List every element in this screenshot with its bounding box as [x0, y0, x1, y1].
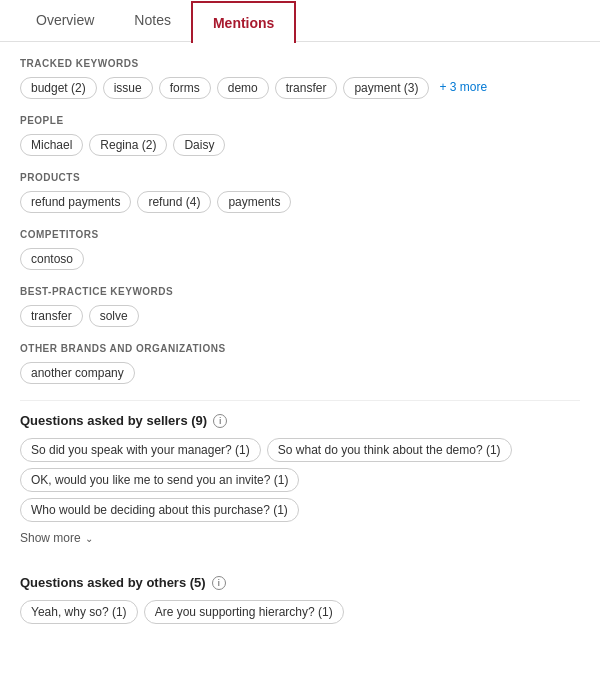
section-products: PRODUCTS refund payments refund (4) paym…: [20, 172, 580, 213]
tag-issue[interactable]: issue: [103, 77, 153, 99]
tag-payment[interactable]: payment (3): [343, 77, 429, 99]
tag-regina[interactable]: Regina (2): [89, 134, 167, 156]
best-practice-label: BEST-PRACTICE KEYWORDS: [20, 286, 580, 297]
tag-contoso[interactable]: contoso: [20, 248, 84, 270]
q-tag-think-demo[interactable]: So what do you think about the demo? (1): [267, 438, 512, 462]
tag-payments[interactable]: payments: [217, 191, 291, 213]
questions-sellers-info-icon[interactable]: i: [213, 414, 227, 428]
q-tag-supporting-hierarchy[interactable]: Are you supporting hierarchy? (1): [144, 600, 344, 624]
tag-demo[interactable]: demo: [217, 77, 269, 99]
products-label: PRODUCTS: [20, 172, 580, 183]
tag-michael[interactable]: Michael: [20, 134, 83, 156]
tab-bar: Overview Notes Mentions: [0, 0, 600, 42]
tag-refund-payments[interactable]: refund payments: [20, 191, 131, 213]
tab-notes[interactable]: Notes: [114, 0, 191, 42]
products-tags: refund payments refund (4) payments: [20, 191, 580, 213]
chevron-down-icon: ⌄: [85, 533, 93, 544]
questions-others-info-icon[interactable]: i: [212, 576, 226, 590]
section-best-practice: BEST-PRACTICE KEYWORDS transfer solve: [20, 286, 580, 327]
people-label: PEOPLE: [20, 115, 580, 126]
mentions-content: TRACKED KEYWORDS budget (2) issue forms …: [0, 42, 600, 656]
questions-sellers-header: Questions asked by sellers (9) i: [20, 413, 580, 428]
divider-1: [20, 400, 580, 401]
q-tag-speak-manager[interactable]: So did you speak with your manager? (1): [20, 438, 261, 462]
questions-others-title: Questions asked by others (5): [20, 575, 206, 590]
tag-transfer[interactable]: transfer: [275, 77, 338, 99]
tag-forms[interactable]: forms: [159, 77, 211, 99]
competitors-tags: contoso: [20, 248, 580, 270]
section-people: PEOPLE Michael Regina (2) Daisy: [20, 115, 580, 156]
tracked-keywords-tags: budget (2) issue forms demo transfer pay…: [20, 77, 580, 99]
section-other-brands: OTHER BRANDS AND ORGANIZATIONS another c…: [20, 343, 580, 384]
section-tracked-keywords: TRACKED KEYWORDS budget (2) issue forms …: [20, 58, 580, 99]
best-practice-tags: transfer solve: [20, 305, 580, 327]
people-tags: Michael Regina (2) Daisy: [20, 134, 580, 156]
q-tag-send-invite[interactable]: OK, would you like me to send you an inv…: [20, 468, 299, 492]
section-competitors: COMPETITORS contoso: [20, 229, 580, 270]
show-more-label: Show more: [20, 531, 81, 545]
q-tag-deciding-purchase[interactable]: Who would be deciding about this purchas…: [20, 498, 299, 522]
section-questions-others: Questions asked by others (5) i Yeah, wh…: [20, 575, 580, 624]
section-questions-sellers: Questions asked by sellers (9) i So did …: [20, 413, 580, 559]
tag-transfer-bp[interactable]: transfer: [20, 305, 83, 327]
tag-another-company[interactable]: another company: [20, 362, 135, 384]
tab-mentions[interactable]: Mentions: [191, 1, 296, 43]
competitors-label: COMPETITORS: [20, 229, 580, 240]
tracked-keywords-label: TRACKED KEYWORDS: [20, 58, 580, 69]
others-question-tags: Yeah, why so? (1) Are you supporting hie…: [20, 600, 580, 624]
tag-daisy[interactable]: Daisy: [173, 134, 225, 156]
questions-sellers-title: Questions asked by sellers (9): [20, 413, 207, 428]
more-tags-link[interactable]: + 3 more: [435, 77, 491, 99]
other-brands-tags: another company: [20, 362, 580, 384]
tag-budget[interactable]: budget (2): [20, 77, 97, 99]
tab-overview[interactable]: Overview: [16, 0, 114, 42]
sellers-question-tags: So did you speak with your manager? (1) …: [20, 438, 580, 522]
tag-refund[interactable]: refund (4): [137, 191, 211, 213]
other-brands-label: OTHER BRANDS AND ORGANIZATIONS: [20, 343, 580, 354]
questions-others-header: Questions asked by others (5) i: [20, 575, 580, 590]
tag-solve[interactable]: solve: [89, 305, 139, 327]
show-more-button[interactable]: Show more ⌄: [20, 531, 93, 545]
q-tag-yeah-why[interactable]: Yeah, why so? (1): [20, 600, 138, 624]
